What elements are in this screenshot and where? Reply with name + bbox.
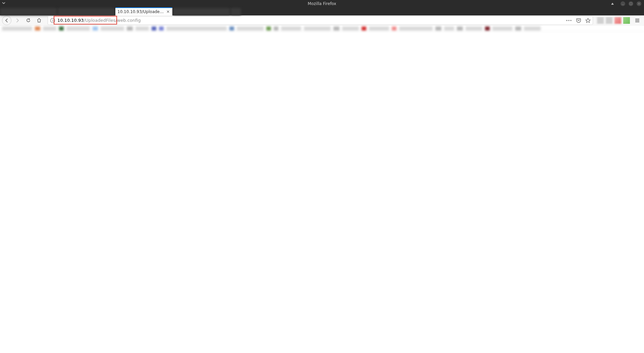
tab-blurred-1[interactable] <box>0 8 57 15</box>
window-close-button[interactable] <box>637 1 641 6</box>
page-content <box>0 32 644 353</box>
svg-rect-3 <box>52 20 53 22</box>
bookmark-item[interactable] <box>369 27 389 31</box>
svg-rect-1 <box>630 3 632 5</box>
tab-blurred-3[interactable] <box>173 8 230 15</box>
bookmark-item[interactable] <box>43 27 56 31</box>
extension-icon-1[interactable] <box>597 17 604 24</box>
url-host: 10.10.10.93 <box>57 18 84 23</box>
bookmarks-toolbar <box>0 26 644 32</box>
bookmark-item[interactable] <box>457 27 463 31</box>
pocket-icon[interactable] <box>576 18 581 23</box>
svg-point-6 <box>569 20 570 21</box>
app-menu-dropdown-icon[interactable] <box>2 1 5 5</box>
tab-close-icon[interactable]: ✕ <box>166 9 170 14</box>
urlbar-right-icons <box>566 18 591 23</box>
notification-tray-icon[interactable] <box>610 2 614 6</box>
bookmark-item[interactable] <box>333 27 339 31</box>
bookmark-item[interactable] <box>304 27 331 31</box>
tab-blurred-2[interactable] <box>58 8 115 15</box>
bookmark-item[interactable] <box>392 27 396 31</box>
bookmark-item[interactable] <box>485 27 490 31</box>
extension-icon-2[interactable] <box>606 17 612 24</box>
bookmark-item[interactable] <box>59 27 64 31</box>
window-maximize-button[interactable] <box>629 1 633 6</box>
bookmark-item[interactable] <box>127 27 133 31</box>
extensions-cluster <box>597 17 631 24</box>
tab-active-label: 10.10.10.93/UploadedFiles/we <box>117 9 164 14</box>
window-minimize-button[interactable] <box>621 1 625 6</box>
bookmark-item[interactable] <box>342 27 359 31</box>
bookmark-item[interactable] <box>152 27 156 31</box>
back-button[interactable] <box>2 16 11 25</box>
site-info-icon[interactable] <box>50 18 55 23</box>
bookmark-item[interactable] <box>466 27 482 31</box>
svg-rect-10 <box>635 21 639 22</box>
svg-rect-0 <box>622 4 624 5</box>
bookmark-item[interactable] <box>444 27 454 31</box>
svg-rect-8 <box>635 19 639 19</box>
bookmark-item[interactable] <box>274 27 278 31</box>
svg-point-7 <box>571 20 572 21</box>
tab-strip: 10.10.10.93/UploadedFiles/we ✕ <box>0 7 644 15</box>
extension-icon-4[interactable] <box>623 17 630 24</box>
bookmark-item[interactable] <box>524 27 541 31</box>
bookmark-star-icon[interactable] <box>585 18 591 23</box>
bookmark-item[interactable] <box>492 27 513 31</box>
window-controls <box>621 1 641 6</box>
tab-active[interactable]: 10.10.10.93/UploadedFiles/we ✕ <box>115 7 172 15</box>
window-title: Mozilla Firefox <box>308 1 336 6</box>
bookmark-item[interactable] <box>93 27 98 31</box>
app-menu-button[interactable] <box>633 16 642 25</box>
svg-rect-9 <box>635 20 639 21</box>
bookmark-item[interactable] <box>136 27 149 31</box>
url-path: /UploadedFiles/web.config <box>84 18 141 23</box>
bookmark-item[interactable] <box>362 27 366 31</box>
bookmark-item[interactable] <box>159 27 164 31</box>
navigation-toolbar: 10.10.10.93/UploadedFiles/web.config <box>0 15 644 26</box>
extension-icon-3[interactable] <box>614 17 621 24</box>
svg-point-5 <box>567 20 568 21</box>
bookmark-item[interactable] <box>229 27 234 31</box>
bookmark-item[interactable] <box>281 27 301 31</box>
url-bar[interactable]: 10.10.10.93/UploadedFiles/web.config <box>48 16 593 25</box>
bookmark-item[interactable] <box>515 27 521 31</box>
window-title-bar: Mozilla Firefox <box>0 0 644 7</box>
bookmark-item[interactable] <box>237 27 264 31</box>
bookmark-item[interactable] <box>101 27 124 31</box>
bookmark-item[interactable] <box>66 27 90 31</box>
bookmark-item[interactable] <box>166 27 227 31</box>
tab-blurred-4[interactable] <box>231 8 241 15</box>
bookmark-item[interactable] <box>35 27 40 31</box>
svg-rect-4 <box>52 19 53 20</box>
bookmark-item[interactable] <box>266 27 271 31</box>
bookmark-item[interactable] <box>435 27 441 31</box>
forward-button[interactable] <box>13 16 22 25</box>
reload-button[interactable] <box>23 16 33 25</box>
bookmark-item[interactable] <box>2 27 32 31</box>
page-actions-icon[interactable] <box>566 18 572 23</box>
bookmark-item[interactable] <box>399 27 433 31</box>
home-button[interactable] <box>34 16 44 25</box>
